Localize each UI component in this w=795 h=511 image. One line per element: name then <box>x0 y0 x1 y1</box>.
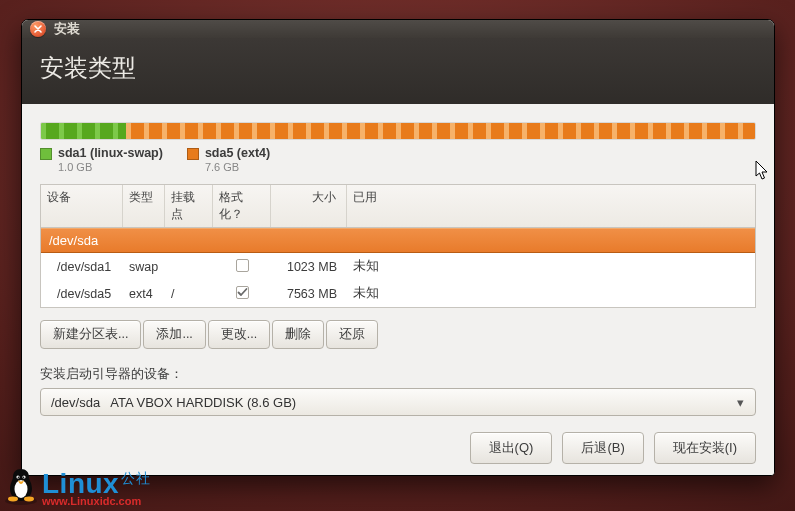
legend-title: sda1 (linux-swap) <box>58 146 163 160</box>
cell-device: /dev/sda1 <box>41 255 123 279</box>
cell-size: 7563 MB <box>271 282 347 306</box>
disk-segment-sda5 <box>126 123 755 139</box>
chevron-down-icon: ▾ <box>731 395 749 410</box>
cell-device: /dev/sda5 <box>41 282 123 306</box>
watermark-url: www.Linuxidc.com <box>42 496 148 507</box>
cell-used: 未知 <box>347 253 755 280</box>
partition-table: 设备 类型 挂载点 格式化？ 大小 已用 /dev/sda /dev/sda1 … <box>40 184 756 308</box>
disk-row[interactable]: /dev/sda <box>41 228 755 253</box>
th-type[interactable]: 类型 <box>123 185 165 227</box>
swatch-green-icon <box>40 148 52 160</box>
checkbox-icon[interactable] <box>236 259 249 272</box>
cell-type: swap <box>123 255 165 279</box>
svg-point-7 <box>24 497 34 502</box>
disk-legend: sda1 (linux-swap) 1.0 GB sda5 (ext4) 7.6… <box>40 146 756 174</box>
partition-toolbar: 新建分区表... 添加... 更改... 删除 还原 <box>40 320 756 349</box>
footer-buttons: 退出(Q) 后退(B) 现在安装(I) <box>40 432 756 468</box>
disk-segment-sda1 <box>41 123 126 139</box>
installer-window: 安装 安装类型 sda1 (linux-swap) 1.0 GB sda5 (e… <box>21 19 775 476</box>
th-format[interactable]: 格式化？ <box>213 185 271 227</box>
cell-type: ext4 <box>123 282 165 306</box>
th-used[interactable]: 已用 <box>347 185 755 227</box>
cell-size: 1023 MB <box>271 255 347 279</box>
cell-mount <box>165 262 213 272</box>
cell-mount: / <box>165 282 213 306</box>
titlebar[interactable]: 安装 <box>22 20 774 38</box>
bootloader-value: /dev/sda ATA VBOX HARDDISK (8.6 GB) <box>51 395 296 410</box>
back-button[interactable]: 后退(B) <box>562 432 643 464</box>
th-size[interactable]: 大小 <box>271 185 347 227</box>
svg-point-5 <box>23 477 25 479</box>
watermark: Linux公社 www.Linuxidc.com <box>0 465 148 507</box>
close-icon[interactable] <box>30 21 46 37</box>
svg-point-6 <box>8 497 18 502</box>
page-title: 安装类型 <box>40 54 136 81</box>
new-partition-table-button[interactable]: 新建分区表... <box>40 320 141 349</box>
legend-sub: 7.6 GB <box>205 161 239 173</box>
bootloader-label: 安装启动引导器的设备： <box>40 365 756 383</box>
legend-item-sda5: sda5 (ext4) 7.6 GB <box>187 146 270 174</box>
swatch-orange-icon <box>187 148 199 160</box>
legend-sub: 1.0 GB <box>58 161 92 173</box>
table-row[interactable]: /dev/sda5 ext4 / 7563 MB 未知 <box>41 280 755 307</box>
install-button[interactable]: 现在安装(I) <box>654 432 756 464</box>
page-header: 安装类型 <box>22 38 774 104</box>
delete-button[interactable]: 删除 <box>272 320 324 349</box>
legend-title: sda5 (ext4) <box>205 146 270 160</box>
window-title: 安装 <box>54 20 80 38</box>
legend-item-sda1: sda1 (linux-swap) 1.0 GB <box>40 146 163 174</box>
revert-button[interactable]: 还原 <box>326 320 378 349</box>
svg-point-4 <box>18 477 20 479</box>
add-button[interactable]: 添加... <box>143 320 205 349</box>
cell-used: 未知 <box>347 280 755 307</box>
quit-button[interactable]: 退出(Q) <box>470 432 553 464</box>
table-header: 设备 类型 挂载点 格式化？ 大小 已用 <box>41 185 755 228</box>
bootloader-select[interactable]: /dev/sda ATA VBOX HARDDISK (8.6 GB) ▾ <box>40 388 756 416</box>
cell-format <box>213 254 271 280</box>
th-device[interactable]: 设备 <box>41 185 123 227</box>
cell-format <box>213 281 271 306</box>
watermark-cn: 公社 <box>121 470 150 486</box>
table-row[interactable]: /dev/sda1 swap 1023 MB 未知 <box>41 253 755 280</box>
disk-usage-bar <box>40 122 756 140</box>
th-mount[interactable]: 挂载点 <box>165 185 213 227</box>
tux-icon <box>0 465 42 507</box>
checkbox-checked-icon[interactable] <box>236 286 249 299</box>
change-button[interactable]: 更改... <box>208 320 270 349</box>
